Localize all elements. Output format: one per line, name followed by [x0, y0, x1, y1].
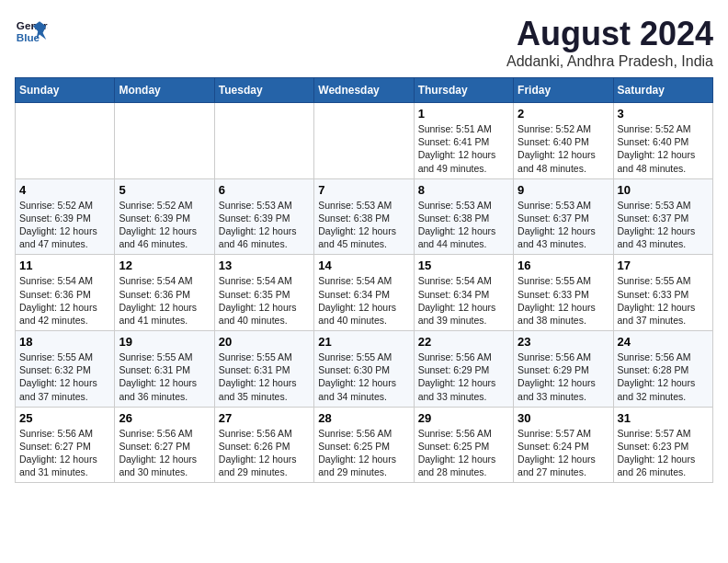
- cell-content: Sunrise: 5:53 AM Sunset: 6:38 PM Dayligh…: [318, 199, 409, 251]
- cell-content: Sunrise: 5:53 AM Sunset: 6:39 PM Dayligh…: [219, 199, 310, 251]
- calendar-cell: 24Sunrise: 5:56 AM Sunset: 6:28 PM Dayli…: [613, 331, 712, 408]
- cell-content: Sunrise: 5:56 AM Sunset: 6:29 PM Dayligh…: [418, 350, 509, 403]
- subtitle: Addanki, Andhra Pradesh, India: [506, 53, 713, 70]
- header-monday: Monday: [115, 78, 214, 103]
- day-number: 22: [418, 335, 509, 349]
- header-thursday: Thursday: [414, 78, 513, 103]
- calendar-cell: 31Sunrise: 5:57 AM Sunset: 6:23 PM Dayli…: [613, 407, 712, 483]
- calendar-cell: 2Sunrise: 5:52 AM Sunset: 6:40 PM Daylig…: [514, 103, 613, 179]
- day-number: 1: [418, 107, 509, 121]
- day-number: 31: [618, 411, 709, 425]
- cell-content: Sunrise: 5:55 AM Sunset: 6:31 PM Dayligh…: [219, 350, 310, 403]
- logo-icon: General Blue: [15, 15, 48, 48]
- header-saturday: Saturday: [613, 78, 712, 103]
- day-number: 15: [418, 259, 509, 272]
- day-number: 26: [119, 411, 210, 425]
- day-number: 16: [518, 259, 609, 272]
- logo: General Blue: [15, 15, 48, 48]
- day-number: 17: [618, 259, 709, 272]
- cell-content: Sunrise: 5:56 AM Sunset: 6:27 PM Dayligh…: [19, 427, 110, 479]
- calendar-cell: [16, 103, 115, 179]
- day-number: 7: [318, 183, 409, 197]
- day-number: 25: [19, 411, 110, 425]
- calendar-cell: [214, 103, 313, 179]
- calendar-cell: 19Sunrise: 5:55 AM Sunset: 6:31 PM Dayli…: [115, 331, 214, 408]
- calendar-cell: 4Sunrise: 5:52 AM Sunset: 6:39 PM Daylig…: [16, 178, 115, 255]
- calendar-cell: 28Sunrise: 5:56 AM Sunset: 6:25 PM Dayli…: [314, 407, 414, 483]
- calendar-cell: 3Sunrise: 5:52 AM Sunset: 6:40 PM Daylig…: [613, 103, 712, 179]
- calendar-cell: 16Sunrise: 5:55 AM Sunset: 6:33 PM Dayli…: [514, 255, 613, 331]
- svg-text:Blue: Blue: [17, 31, 40, 43]
- calendar-cell: 29Sunrise: 5:56 AM Sunset: 6:25 PM Dayli…: [414, 407, 513, 483]
- cell-content: Sunrise: 5:53 AM Sunset: 6:37 PM Dayligh…: [518, 199, 609, 251]
- calendar-cell: 21Sunrise: 5:55 AM Sunset: 6:30 PM Dayli…: [314, 331, 414, 408]
- calendar-cell: 25Sunrise: 5:56 AM Sunset: 6:27 PM Dayli…: [16, 407, 115, 483]
- day-number: 20: [219, 335, 310, 349]
- calendar-cell: 20Sunrise: 5:55 AM Sunset: 6:31 PM Dayli…: [214, 331, 313, 408]
- cell-content: Sunrise: 5:52 AM Sunset: 6:40 PM Dayligh…: [518, 122, 609, 175]
- calendar-cell: 6Sunrise: 5:53 AM Sunset: 6:39 PM Daylig…: [214, 178, 313, 255]
- cell-content: Sunrise: 5:56 AM Sunset: 6:25 PM Dayligh…: [418, 427, 509, 479]
- header-sunday: Sunday: [16, 78, 115, 103]
- calendar-cell: 5Sunrise: 5:52 AM Sunset: 6:39 PM Daylig…: [115, 178, 214, 255]
- cell-content: Sunrise: 5:56 AM Sunset: 6:28 PM Dayligh…: [618, 350, 709, 403]
- calendar-cell: 14Sunrise: 5:54 AM Sunset: 6:34 PM Dayli…: [314, 255, 414, 331]
- calendar-cell: 1Sunrise: 5:51 AM Sunset: 6:41 PM Daylig…: [414, 103, 513, 179]
- calendar-cell: 27Sunrise: 5:56 AM Sunset: 6:26 PM Dayli…: [214, 407, 313, 483]
- cell-content: Sunrise: 5:56 AM Sunset: 6:29 PM Dayligh…: [518, 350, 609, 403]
- cell-content: Sunrise: 5:56 AM Sunset: 6:26 PM Dayligh…: [219, 427, 310, 479]
- header-friday: Friday: [514, 78, 613, 103]
- calendar-cell: 7Sunrise: 5:53 AM Sunset: 6:38 PM Daylig…: [314, 178, 414, 255]
- calendar-cell: 18Sunrise: 5:55 AM Sunset: 6:32 PM Dayli…: [16, 331, 115, 408]
- cell-content: Sunrise: 5:55 AM Sunset: 6:30 PM Dayligh…: [318, 350, 409, 403]
- day-number: 9: [518, 183, 609, 197]
- cell-content: Sunrise: 5:53 AM Sunset: 6:38 PM Dayligh…: [418, 199, 509, 251]
- calendar-cell: 10Sunrise: 5:53 AM Sunset: 6:37 PM Dayli…: [613, 178, 712, 255]
- cell-content: Sunrise: 5:54 AM Sunset: 6:36 PM Dayligh…: [19, 274, 110, 327]
- cell-content: Sunrise: 5:53 AM Sunset: 6:37 PM Dayligh…: [618, 199, 709, 251]
- day-number: 4: [19, 183, 110, 197]
- calendar-cell: 8Sunrise: 5:53 AM Sunset: 6:38 PM Daylig…: [414, 178, 513, 255]
- day-number: 14: [318, 259, 409, 272]
- calendar-cell: 23Sunrise: 5:56 AM Sunset: 6:29 PM Dayli…: [514, 331, 613, 408]
- cell-content: Sunrise: 5:57 AM Sunset: 6:24 PM Dayligh…: [518, 427, 609, 479]
- cell-content: Sunrise: 5:52 AM Sunset: 6:39 PM Dayligh…: [119, 199, 210, 251]
- cell-content: Sunrise: 5:55 AM Sunset: 6:33 PM Dayligh…: [518, 274, 609, 327]
- day-number: 3: [618, 107, 709, 121]
- header: General Blue August 2024 Addanki, Andhra…: [15, 15, 713, 70]
- calendar-cell: 13Sunrise: 5:54 AM Sunset: 6:35 PM Dayli…: [214, 255, 313, 331]
- cell-content: Sunrise: 5:55 AM Sunset: 6:31 PM Dayligh…: [119, 350, 210, 403]
- day-number: 6: [219, 183, 310, 197]
- day-number: 5: [119, 183, 210, 197]
- cell-content: Sunrise: 5:56 AM Sunset: 6:25 PM Dayligh…: [318, 427, 409, 479]
- cell-content: Sunrise: 5:56 AM Sunset: 6:27 PM Dayligh…: [119, 427, 210, 479]
- calendar-cell: 12Sunrise: 5:54 AM Sunset: 6:36 PM Dayli…: [115, 255, 214, 331]
- calendar-body: 1Sunrise: 5:51 AM Sunset: 6:41 PM Daylig…: [16, 103, 713, 483]
- calendar-header: Sunday Monday Tuesday Wednesday Thursday…: [16, 78, 713, 103]
- header-tuesday: Tuesday: [214, 78, 313, 103]
- cell-content: Sunrise: 5:54 AM Sunset: 6:36 PM Dayligh…: [119, 274, 210, 327]
- cell-content: Sunrise: 5:54 AM Sunset: 6:34 PM Dayligh…: [318, 274, 409, 327]
- day-number: 2: [518, 107, 609, 121]
- title-area: August 2024 Addanki, Andhra Pradesh, Ind…: [506, 15, 713, 70]
- calendar-cell: [115, 103, 214, 179]
- day-number: 12: [119, 259, 210, 272]
- calendar-cell: 9Sunrise: 5:53 AM Sunset: 6:37 PM Daylig…: [514, 178, 613, 255]
- calendar-cell: 17Sunrise: 5:55 AM Sunset: 6:33 PM Dayli…: [613, 255, 712, 331]
- header-wednesday: Wednesday: [314, 78, 414, 103]
- calendar-table: Sunday Monday Tuesday Wednesday Thursday…: [15, 77, 713, 483]
- day-number: 30: [518, 411, 609, 425]
- calendar-cell: [314, 103, 414, 179]
- day-number: 27: [219, 411, 310, 425]
- main-title: August 2024: [506, 15, 713, 53]
- day-number: 13: [219, 259, 310, 272]
- cell-content: Sunrise: 5:52 AM Sunset: 6:40 PM Dayligh…: [618, 122, 709, 175]
- day-number: 8: [418, 183, 509, 197]
- day-number: 19: [119, 335, 210, 349]
- calendar-cell: 15Sunrise: 5:54 AM Sunset: 6:34 PM Dayli…: [414, 255, 513, 331]
- calendar-cell: 11Sunrise: 5:54 AM Sunset: 6:36 PM Dayli…: [16, 255, 115, 331]
- cell-content: Sunrise: 5:51 AM Sunset: 6:41 PM Dayligh…: [418, 122, 509, 175]
- cell-content: Sunrise: 5:52 AM Sunset: 6:39 PM Dayligh…: [19, 199, 110, 251]
- cell-content: Sunrise: 5:54 AM Sunset: 6:35 PM Dayligh…: [219, 274, 310, 327]
- day-number: 10: [618, 183, 709, 197]
